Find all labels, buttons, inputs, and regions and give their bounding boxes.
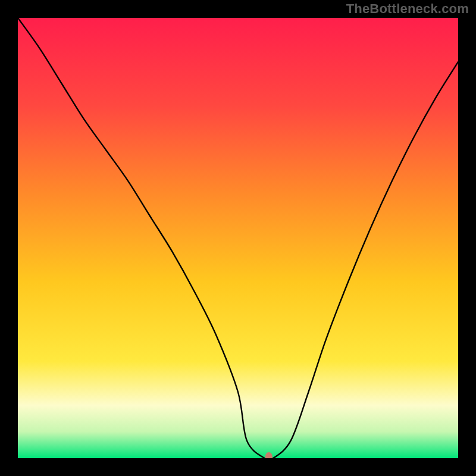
chart-svg xyxy=(18,18,458,458)
chart-frame: TheBottleneck.com xyxy=(0,0,476,476)
chart-plot-area xyxy=(18,18,458,458)
watermark-text: TheBottleneck.com xyxy=(346,1,469,17)
